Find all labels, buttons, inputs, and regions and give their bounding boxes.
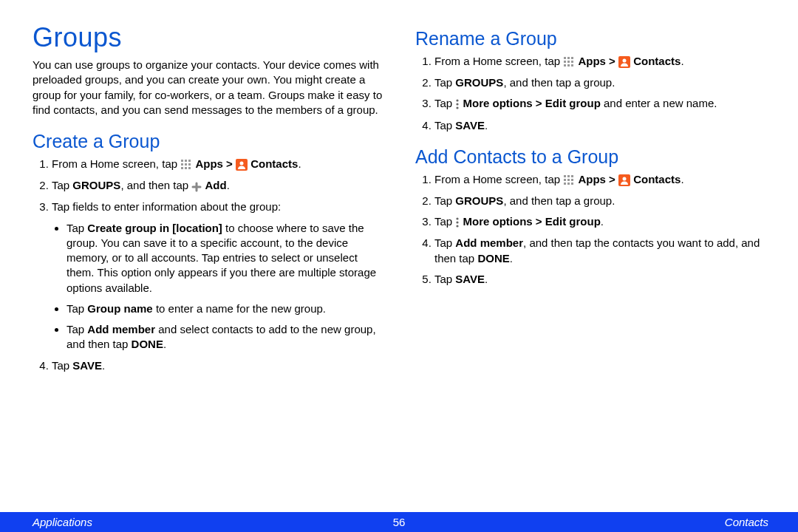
right-column: Rename a Group From a Home screen, tap A… — [415, 22, 768, 491]
svg-rect-5 — [188, 163, 191, 166]
svg-rect-14 — [567, 57, 570, 59]
sub-list: Tap Create group in [location] to choose… — [52, 221, 386, 352]
svg-rect-19 — [564, 64, 566, 66]
contacts-icon — [618, 173, 630, 188]
svg-point-37 — [623, 177, 627, 180]
footer-left: Applications — [33, 516, 92, 528]
list-item: Tap Add member and select contacts to ad… — [66, 322, 386, 352]
svg-rect-28 — [567, 175, 570, 177]
svg-rect-4 — [185, 163, 187, 166]
svg-rect-31 — [567, 179, 570, 181]
intro-text: You can use groups to organize your cont… — [33, 58, 386, 117]
list-item: Tap More options > Edit group. — [434, 214, 768, 230]
svg-point-23 — [623, 58, 627, 62]
more-options-icon — [455, 215, 460, 230]
svg-rect-21 — [571, 64, 573, 66]
list-item: From a Home screen, tap Apps > Contacts. — [434, 54, 768, 69]
svg-rect-27 — [564, 175, 566, 177]
list-item: Tap SAVE. — [434, 272, 768, 287]
left-column: Groups You can use groups to organize yo… — [33, 22, 386, 491]
page-number: 56 — [393, 516, 406, 528]
manual-page: Groups You can use groups to organize yo… — [0, 0, 798, 532]
more-options-icon — [455, 97, 460, 112]
svg-rect-20 — [567, 64, 570, 66]
list-item: Tap More options > Edit group and enter … — [434, 96, 768, 112]
apps-grid-icon — [563, 55, 575, 69]
svg-rect-13 — [564, 57, 566, 59]
svg-point-39 — [457, 222, 459, 224]
svg-point-24 — [457, 100, 459, 102]
svg-rect-2 — [188, 160, 191, 162]
add-contacts-steps: From a Home screen, tap Apps > Contacts.… — [415, 172, 768, 287]
svg-point-10 — [240, 161, 244, 165]
svg-rect-6 — [181, 167, 183, 169]
svg-rect-34 — [567, 183, 570, 185]
list-item: Tap SAVE. — [52, 358, 386, 373]
heading-create-group: Create a Group — [33, 131, 386, 152]
svg-rect-29 — [571, 175, 573, 177]
create-group-steps: From a Home screen, tap Apps > Contacts.… — [33, 157, 386, 373]
page-title: Groups — [33, 22, 386, 53]
svg-rect-0 — [181, 160, 183, 162]
footer-right: Contacts — [725, 516, 768, 528]
list-item: From a Home screen, tap Apps > Contacts. — [434, 172, 768, 188]
svg-rect-8 — [188, 167, 191, 169]
list-item: From a Home screen, tap Apps > Contacts. — [52, 157, 386, 172]
apps-grid-icon — [180, 157, 192, 172]
apps-grid-icon — [563, 173, 575, 188]
svg-rect-33 — [564, 183, 566, 185]
list-item: Tap Group name to enter a name for the n… — [66, 301, 386, 316]
contacts-icon — [618, 55, 630, 69]
svg-point-40 — [457, 225, 459, 228]
svg-rect-35 — [571, 183, 573, 185]
svg-point-38 — [457, 218, 459, 220]
svg-rect-17 — [567, 61, 570, 63]
svg-point-26 — [457, 107, 459, 109]
heading-add-contacts: Add Contacts to a Group — [415, 146, 768, 168]
svg-rect-18 — [571, 61, 573, 63]
svg-rect-15 — [571, 57, 573, 59]
svg-rect-32 — [571, 179, 573, 181]
rename-group-steps: From a Home screen, tap Apps > Contacts.… — [415, 54, 768, 133]
list-item: Tap Create group in [location] to choose… — [66, 221, 386, 296]
list-item: Tap SAVE. — [434, 118, 768, 133]
content-area: Groups You can use groups to organize yo… — [0, 0, 798, 491]
list-item: Tap fields to enter information about th… — [52, 200, 386, 352]
list-item: Tap Add member, and then tap the contact… — [434, 236, 768, 266]
list-item: Tap GROUPS, and then tap a group. — [434, 194, 768, 208]
list-item: Tap GROUPS, and then tap a group. — [434, 75, 768, 90]
list-item: Tap GROUPS, and then tap Add. — [52, 178, 386, 194]
contacts-icon — [236, 157, 248, 172]
svg-rect-7 — [185, 167, 187, 169]
page-footer: Applications 56 Contacts — [0, 512, 798, 532]
svg-rect-30 — [564, 179, 566, 181]
svg-rect-16 — [564, 61, 566, 63]
svg-point-25 — [457, 103, 459, 106]
svg-rect-3 — [181, 163, 183, 166]
plus-icon — [191, 179, 202, 194]
heading-rename-group: Rename a Group — [415, 28, 768, 50]
svg-rect-1 — [185, 160, 187, 162]
